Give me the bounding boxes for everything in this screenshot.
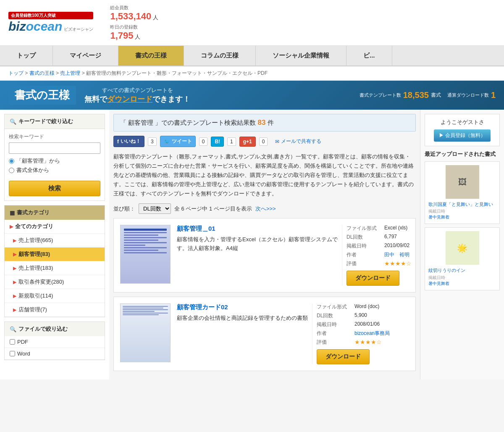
- recent-cat-2[interactable]: 暑中見舞着: [428, 281, 496, 287]
- rating-stars-1: ★★★★☆: [384, 260, 412, 267]
- radio-from-all[interactable]: 書式全体から: [9, 166, 100, 174]
- nav-biz[interactable]: ビ...: [346, 46, 392, 66]
- banner-title: 書式の王様: [8, 86, 76, 105]
- mail-share-btn[interactable]: ✉ メールで共有する: [275, 138, 321, 145]
- thumb-img-2: [121, 304, 170, 362]
- tweet-count: 0: [199, 137, 208, 146]
- rating-stars-2: ★★★★☆: [354, 339, 390, 346]
- result-pre: 「 顧客管理 」での書式テンプレート検索結果数: [120, 119, 256, 126]
- meta-grid-2: ファイル形式 Word (doc) DL回数 5,900 掲載日時 2008/0…: [317, 303, 390, 346]
- template-desc-1: 顧客情報を入力・管理するExcel（エクセル）顧客管理システムです。法人顧客対象…: [177, 235, 338, 253]
- search-button[interactable]: 検索: [9, 181, 100, 196]
- total-member-row: 総会員数 1,533,140 人: [110, 4, 158, 22]
- site-logo[interactable]: bizocean: [8, 19, 62, 34]
- cat-customer[interactable]: ▶ 顧客管理(83): [5, 248, 105, 261]
- template-card-2: 顧客管理カード02 顧客企業の会社情報と商談記録を管理するための書類 ファイル形…: [113, 297, 416, 371]
- pdf-checkbox[interactable]: [10, 339, 15, 345]
- hatena-btn[interactable]: B!: [211, 137, 224, 147]
- cat-arrow-store: ▶: [13, 307, 16, 313]
- right-panel: ようこそゲストさ ▶ 会員登録（無料） 最近アップロードされた書式 🖼 歌川国夏…: [420, 110, 504, 298]
- radio-keyword-input[interactable]: [9, 158, 14, 164]
- format-label-1: ファイル形式: [346, 225, 380, 232]
- dl-label-2: DL回数: [317, 312, 350, 319]
- template-meta-2: ファイル形式 Word (doc) DL回数 5,900 掲載日時 2008/0…: [312, 303, 390, 364]
- download-btn-1[interactable]: ダウンロード: [346, 271, 399, 286]
- format-value-1: Excel (xls): [384, 225, 412, 232]
- author-label-2: 作者: [317, 330, 350, 337]
- tweet-btn[interactable]: 🐦 ツイート: [160, 136, 196, 147]
- cat-terms[interactable]: ▶ 取引条件変更(280): [5, 275, 105, 289]
- cat-new-deal[interactable]: ▶ 新規取引(114): [5, 289, 105, 303]
- yesterday-member-row: 昨日の登録数 1,795 人: [110, 24, 158, 41]
- thumb-line: [124, 247, 167, 248]
- hb-count: 1: [227, 137, 236, 146]
- word-checkbox[interactable]: [10, 351, 15, 356]
- download-btn-2[interactable]: ダウンロード: [317, 349, 370, 364]
- author-value-2[interactable]: bizocean事務局: [354, 330, 390, 337]
- cat-arrow-customer: ▶: [13, 252, 16, 257]
- nav-social[interactable]: ソーシャル企業情報: [256, 46, 346, 66]
- template-card-1: 顧客管理＿01 顧客情報を入力・管理するExcel（エクセル）顧客管理システムで…: [113, 218, 416, 292]
- breadcrumb-current: 顧客管理の無料テンプレート・雛形・フォーマット・サンプル・エクセル・PDF: [86, 70, 268, 76]
- sort-label: 並び順：: [113, 205, 135, 213]
- author-value-1[interactable]: 田中 裕明: [384, 251, 412, 258]
- recent-title-2[interactable]: 紋切りうりのイン: [428, 267, 496, 274]
- banner-line1: すべての書式テンプレートを: [84, 87, 190, 94]
- nav-column[interactable]: コラムの王様: [184, 46, 256, 66]
- list-icon: ▦: [10, 210, 15, 216]
- left-sidebar: 🔍 キーワードで絞り込む 検索キーワード 「顧客管理」から 書式全体から 検索: [0, 110, 109, 379]
- logo-area: 会員登録数100万人突破 bizocean ビズオーシャン 総会員数 1,533…: [8, 4, 158, 41]
- recent-title-1[interactable]: 歌川国夏「と見舞い」と見舞い: [428, 201, 496, 208]
- category-header: ▦ 書式カテゴリ: [5, 205, 105, 220]
- category-section: ▦ 書式カテゴリ ▶ 全てのカテゴリ ▶ 売上管理(665) ▶ 顧客管理(83…: [4, 205, 105, 317]
- right-sidebar: ようこそゲストさ ▶ 会員登録（無料） 最近アップロードされた書式 🖼 歌川国夏…: [420, 110, 504, 379]
- recent-cat-1[interactable]: 暑中見舞着: [428, 214, 496, 220]
- cat-arrow-terms: ▶: [13, 279, 16, 285]
- recent-date-1: 掲載日時: [428, 208, 496, 214]
- breadcrumb-top[interactable]: トップ: [8, 70, 24, 76]
- date-value-1: 2010/09/02: [384, 242, 412, 250]
- nav-top[interactable]: トップ: [0, 46, 53, 66]
- sort-bar: 並び順： DL回数 全 6 ページ中 1 ページ目を表示 次へ>>>: [113, 203, 416, 214]
- template-title-1[interactable]: 顧客管理＿01: [177, 225, 338, 233]
- nav-mypage[interactable]: マイページ: [53, 46, 118, 66]
- nav-shoshiki[interactable]: 書式の王様: [118, 46, 184, 66]
- radio-all-label: 書式全体から: [16, 166, 49, 174]
- cat-sales-mgmt[interactable]: ▶ 売上管理(183): [5, 261, 105, 275]
- content-description: 顧客管理のテンプレート（雛形,フォーマット,書式,サンプル,文例,書き方）一覧で…: [113, 152, 416, 198]
- cat-sales[interactable]: ▶ 売上管理(665): [5, 234, 105, 248]
- page-info: 全 6 ページ中 1 ページ目を表示: [174, 205, 252, 213]
- format-value-2: Word (doc): [354, 303, 390, 311]
- facebook-like-btn[interactable]: f いいね！: [113, 136, 144, 147]
- thumb-line: [124, 250, 158, 251]
- rating-label-1: 評価: [346, 260, 380, 267]
- file-header: 🔍 ファイルで絞り込む: [5, 322, 105, 336]
- banner-suffix: できます！: [152, 95, 190, 103]
- thumb-img-1: [121, 225, 170, 283]
- thumb-line: [124, 240, 158, 241]
- radio-all-input[interactable]: [9, 168, 14, 173]
- keyword-section: 🔍 キーワードで絞り込む 検索キーワード 「顧客管理」から 書式全体から 検索: [4, 114, 105, 201]
- recent-header: 最近アップロードされた書式: [425, 150, 500, 158]
- total-unit: 人: [153, 14, 158, 21]
- gplus-btn[interactable]: g+1: [239, 137, 256, 147]
- breadcrumb-shoshiki[interactable]: 書式の王様: [29, 70, 55, 76]
- radio-from-keyword[interactable]: 「顧客管理」から: [9, 157, 100, 165]
- cat-all[interactable]: ▶ 全てのカテゴリ: [5, 220, 105, 234]
- next-page-link[interactable]: 次へ>>>: [255, 205, 276, 213]
- cat-store[interactable]: ▶ 店舗管理(7): [5, 303, 105, 317]
- search-input[interactable]: [9, 142, 100, 154]
- sort-select[interactable]: DL回数: [139, 203, 171, 214]
- yesterday-count: 1,795: [110, 30, 133, 41]
- file-word[interactable]: Word: [5, 348, 105, 360]
- register-btn[interactable]: ▶ 会員登録（無料）: [434, 129, 491, 142]
- card-left-1: 顧客管理＿01 顧客情報を入力・管理するExcel（エクセル）顧客管理システムで…: [177, 225, 338, 286]
- breadcrumb-sales[interactable]: 売上管理: [60, 70, 80, 76]
- template-thumb-1: [120, 225, 171, 284]
- cat-arrow-new: ▶: [13, 293, 16, 299]
- template-title-2[interactable]: 顧客管理カード02: [177, 303, 308, 311]
- cat-arrow-all: ▶: [10, 224, 13, 229]
- result-header: 「 顧客管理 」での書式テンプレート検索結果数 83 件: [113, 114, 416, 132]
- banner-free: 無料で: [84, 95, 107, 103]
- file-pdf[interactable]: PDF: [5, 336, 105, 348]
